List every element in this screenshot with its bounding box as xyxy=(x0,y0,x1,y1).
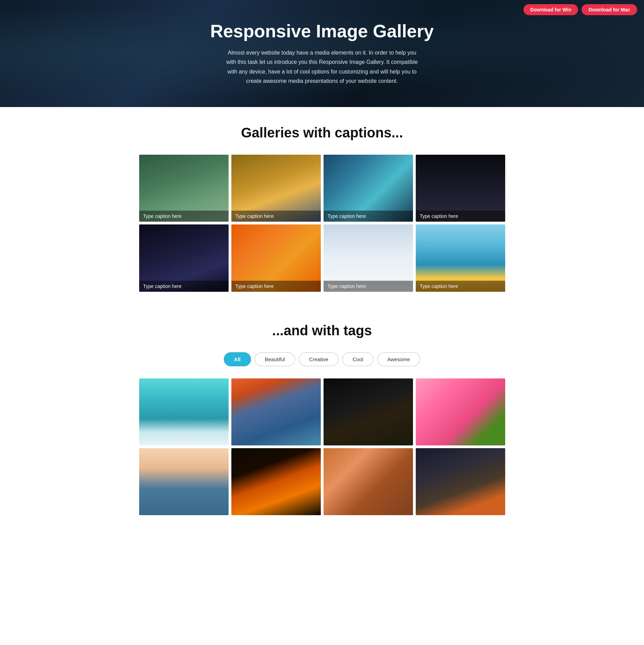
caption-gallery-item[interactable]: Type caption here xyxy=(324,155,413,222)
gallery-caption: Type caption here xyxy=(139,211,229,222)
tag-gallery-item[interactable] xyxy=(231,448,321,515)
tags-section: ...and with tags AllBeautifulCreativeCoo… xyxy=(132,306,512,529)
caption-gallery-item[interactable]: Type caption here xyxy=(139,224,229,291)
hero-section: Download for Win Download for Mac Respon… xyxy=(0,0,644,107)
tag-filter-button[interactable]: Beautiful xyxy=(254,352,295,366)
gallery-caption: Type caption here xyxy=(324,211,413,222)
gallery-image xyxy=(139,378,229,445)
tag-gallery-grid xyxy=(139,378,505,516)
tag-gallery-item[interactable] xyxy=(324,378,413,445)
tag-gallery-item[interactable] xyxy=(139,378,229,445)
gallery-image xyxy=(416,448,505,515)
tag-filter-button[interactable]: All xyxy=(224,352,251,366)
caption-gallery-item[interactable]: Type caption here xyxy=(416,155,505,222)
gallery-caption: Type caption here xyxy=(324,281,413,292)
gallery-image xyxy=(324,378,413,445)
captions-section-title: Galleries with captions... xyxy=(139,124,505,141)
tag-gallery-item[interactable] xyxy=(324,448,413,515)
gallery-caption: Type caption here xyxy=(231,211,321,222)
gallery-image xyxy=(324,448,413,515)
hero-title: Responsive Image Gallery xyxy=(210,21,434,41)
captions-section: Galleries with captions... Type caption … xyxy=(132,107,512,306)
gallery-caption: Type caption here xyxy=(231,281,321,292)
gallery-caption: Type caption here xyxy=(139,281,229,292)
gallery-caption: Type caption here xyxy=(416,211,505,222)
caption-gallery-grid: Type caption hereType caption hereType c… xyxy=(139,155,505,292)
tag-gallery-item[interactable] xyxy=(231,378,321,445)
tag-gallery-item[interactable] xyxy=(416,448,505,515)
nav-buttons: Download for Win Download for Mac xyxy=(523,4,637,15)
gallery-image xyxy=(231,448,321,515)
download-win-button[interactable]: Download for Win xyxy=(523,4,578,15)
tag-filter-button[interactable]: Awesome xyxy=(377,352,421,366)
tags-section-title: ...and with tags xyxy=(139,323,505,338)
download-mac-button[interactable]: Download for Mac xyxy=(581,4,637,15)
tag-filter-button[interactable]: Creative xyxy=(299,352,339,366)
tag-gallery-item[interactable] xyxy=(416,378,505,445)
hero-description: Almost every website today have a media … xyxy=(225,48,419,86)
tag-filter-bar: AllBeautifulCreativeCoolAwesome xyxy=(139,352,505,366)
caption-gallery-item[interactable]: Type caption here xyxy=(416,224,505,291)
gallery-image xyxy=(139,448,229,515)
gallery-image xyxy=(231,378,321,445)
gallery-image xyxy=(416,378,505,445)
tag-filter-button[interactable]: Cool xyxy=(342,352,374,366)
gallery-caption: Type caption here xyxy=(416,281,505,292)
caption-gallery-item[interactable]: Type caption here xyxy=(231,155,321,222)
caption-gallery-item[interactable]: Type caption here xyxy=(231,224,321,291)
caption-gallery-item[interactable]: Type caption here xyxy=(139,155,229,222)
caption-gallery-item[interactable]: Type caption here xyxy=(324,224,413,291)
tag-gallery-item[interactable] xyxy=(139,448,229,515)
